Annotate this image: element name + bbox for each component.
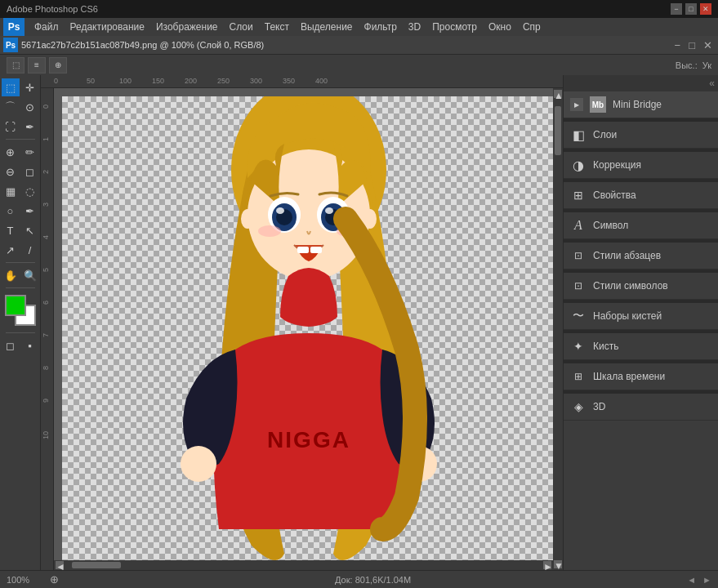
status-icon[interactable]: ⊕ (50, 573, 59, 586)
panel-item-timeline[interactable]: ⊞ Шкала времени (564, 363, 718, 390)
panel-item-paragraph-styles[interactable]: ⊡ Стили абзацев (564, 243, 718, 270)
marquee-tool[interactable]: ⬚ (2, 78, 20, 96)
eyedropper-tool[interactable]: ✒ (21, 118, 39, 136)
ruler-vertical: 0 1 2 3 4 5 6 7 8 9 10 (41, 88, 54, 570)
feather-option[interactable]: ⬚ (7, 57, 25, 74)
tab-ps-icon: Ps (3, 38, 18, 52)
properties-icon: ⊞ (570, 187, 586, 203)
panel-item-symbol-styles[interactable]: ⊡ Стили символов (564, 273, 718, 300)
ruler-mark-50: 50 (87, 77, 95, 85)
menu-view[interactable]: Просмотр (427, 20, 482, 34)
panel-item-correction[interactable]: ◑ Коррекция (564, 152, 718, 179)
anime-character-image: NIGGA (62, 96, 555, 562)
tab-maximize[interactable]: □ (686, 39, 698, 51)
tool-sep-2 (6, 262, 35, 263)
menu-3d[interactable]: 3D (404, 20, 426, 34)
quick-selection-tool[interactable]: ⊙ (21, 98, 39, 116)
eraser-tool[interactable]: ◻ (21, 163, 39, 180)
menu-select[interactable]: Выделение (296, 20, 358, 34)
title-bar-title: Adobe Photoshop CS6 (7, 4, 98, 14)
panel-play-icon[interactable]: ▶ (570, 98, 583, 111)
move-tool[interactable]: ✛ (21, 78, 39, 96)
panel-item-mini-bridge[interactable]: ▶ Mb Mini Bridge (564, 91, 718, 118)
svg-point-19 (363, 209, 377, 229)
height-label: Выс.: (676, 60, 698, 70)
ruler-mark-400: 400 (315, 77, 328, 85)
mode-full[interactable]: ▪ (21, 336, 39, 354)
mini-bridge-icon: Mb (590, 96, 606, 113)
lasso-tool[interactable]: ⌒ (2, 98, 20, 116)
transform-option[interactable]: ⊕ (49, 57, 67, 74)
hand-tool[interactable]: ✋ (2, 266, 20, 284)
crop-tool[interactable]: ⛶ (2, 118, 20, 136)
scrollbar-v-down[interactable]: ▼ (554, 560, 562, 568)
ruler-mark-250: 250 (217, 77, 230, 85)
scrollbar-v-up[interactable]: ▲ (554, 90, 562, 98)
uk-label: Ук (702, 60, 711, 70)
panel-item-layers[interactable]: ◧ Слои (564, 122, 718, 149)
scrollbar-v-thumb[interactable] (555, 106, 561, 155)
tab-label: 5671ac27b7c2b151ac087b49.png @ 100% (Сло… (21, 40, 672, 50)
clone-tool[interactable]: ⊖ (2, 163, 20, 180)
minimize-button[interactable]: − (671, 3, 682, 15)
ruler-mark-350: 350 (283, 77, 295, 85)
menu-layers[interactable]: Слои (225, 20, 258, 34)
menu-help[interactable]: Спр (518, 20, 546, 34)
panel-item-brush-sets[interactable]: 〜 Наборы кистей (564, 303, 718, 330)
tool-row-7: ○ ✒ (2, 202, 39, 220)
ruler-mark-200: 200 (185, 77, 197, 85)
mode-standard[interactable]: ◻ (2, 336, 20, 354)
brush-tool[interactable]: ✏ (21, 143, 39, 161)
panel-collapse-arrow[interactable]: « (709, 78, 715, 89)
scrollbar-h-thumb[interactable] (72, 562, 121, 568)
gradient-tool[interactable]: ▦ (2, 182, 20, 200)
panel-item-properties[interactable]: ⊞ Свойства (564, 182, 718, 209)
ruler-v-mark-0: 0 (42, 105, 50, 109)
tab-minimize[interactable]: − (672, 39, 684, 51)
direct-selection-tool[interactable]: ↗ (2, 241, 20, 259)
scrollbar-h-right[interactable]: ► (543, 561, 551, 569)
healing-tool[interactable]: ⊕ (2, 143, 20, 161)
status-arrow-right[interactable]: ► (702, 575, 711, 585)
tab-close[interactable]: ✕ (701, 39, 715, 51)
tool-row-3: ⛶ ✒ (2, 118, 39, 136)
tool-row-1: ⬚ ✛ (2, 78, 39, 96)
menu-text[interactable]: Текст (260, 20, 294, 34)
blur-tool[interactable]: ◌ (21, 182, 39, 200)
timeline-label: Шкала времени (593, 371, 665, 382)
dodge-tool[interactable]: ○ (2, 202, 20, 220)
canvas-scroll[interactable]: NIGGA (54, 88, 563, 570)
menu-edit[interactable]: Редактирование (65, 20, 149, 34)
title-bar-controls: − □ ✕ (671, 3, 711, 15)
svg-point-2 (181, 446, 216, 482)
line-tool[interactable]: / (21, 241, 39, 259)
style-option[interactable]: ≡ (28, 57, 46, 74)
status-bar: 100% ⊕ Док: 801,6K/1.04M ◄ ► (0, 570, 718, 588)
fg-color-swatch[interactable] (5, 295, 26, 316)
canvas-container: 0 1 2 3 4 5 6 7 8 9 10 (41, 88, 563, 570)
scrollbar-v[interactable]: ▲ ▼ (553, 88, 563, 570)
zoom-tool[interactable]: 🔍 (21, 266, 39, 284)
symbol-styles-icon: ⊡ (570, 278, 586, 294)
panel-item-3d[interactable]: ◈ 3D (564, 394, 718, 421)
status-arrow-left[interactable]: ◄ (687, 575, 696, 585)
path-selection-tool[interactable]: ↖ (21, 221, 39, 239)
panel-item-brush[interactable]: ✦ Кисть (564, 333, 718, 360)
layers-label: Слои (593, 129, 617, 140)
color-box (5, 295, 36, 326)
menu-image[interactable]: Изображение (151, 20, 223, 34)
maximize-button[interactable]: □ (685, 3, 697, 15)
text-tool[interactable]: T (2, 221, 20, 239)
scrollbar-h[interactable]: ◄ ► (54, 560, 553, 570)
right-panel: « ▶ Mb Mini Bridge ◧ Слои ◑ Коррекция ⊞ … (563, 75, 718, 570)
menu-window[interactable]: Окно (484, 20, 516, 34)
svg-text:NIGGA: NIGGA (267, 427, 350, 452)
panel-item-symbol[interactable]: A Символ (564, 212, 718, 239)
menu-file[interactable]: Файл (29, 20, 64, 34)
close-button[interactable]: ✕ (700, 3, 711, 15)
ruler-v-mark-3: 3 (42, 203, 50, 207)
paragraph-styles-label: Стили абзацев (593, 250, 661, 261)
menu-filter[interactable]: Фильтр (359, 20, 402, 34)
scrollbar-h-left[interactable]: ◄ (56, 561, 64, 569)
pen-tool[interactable]: ✒ (21, 202, 39, 220)
